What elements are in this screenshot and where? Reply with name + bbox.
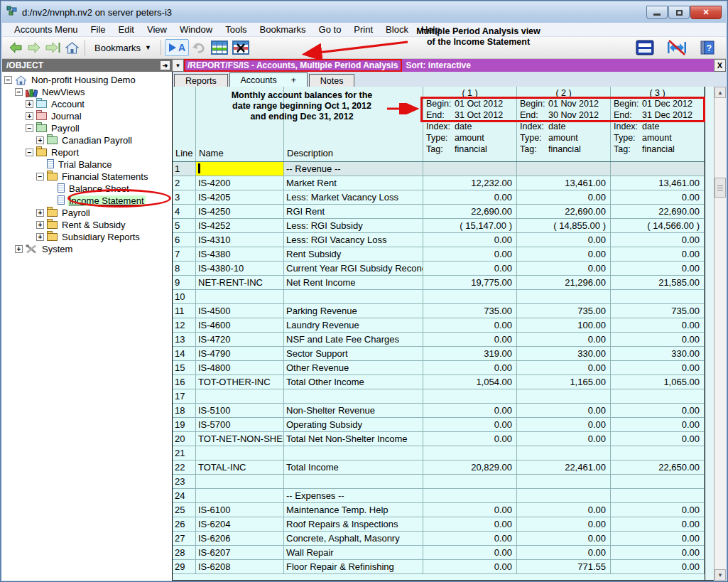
cell-amount-period1[interactable]: 0.00 [423, 318, 517, 333]
cell-amount-period3[interactable]: 0.00 [611, 432, 705, 446]
cell-description[interactable]: Less: RGI Subsidy [284, 219, 423, 233]
cell-amount-period2[interactable]: 0.00 [517, 247, 611, 262]
menu-item-print[interactable]: Print [347, 24, 379, 35]
cell-amount-period3[interactable]: 0.00 [611, 247, 705, 262]
cell-description[interactable]: Concrete, Asphalt, Masonry [284, 532, 423, 546]
cell-amount-period2[interactable] [517, 475, 611, 489]
cell-name[interactable]: NET-RENT-INC [196, 276, 284, 290]
cell-name[interactable]: IS-4380 [196, 247, 284, 262]
cell-amount-period1[interactable]: 19,775.00 [423, 276, 517, 290]
tree-item-financial-statements[interactable]: −Financial Statements [2, 171, 172, 183]
cell-description[interactable] [284, 389, 423, 404]
cell-amount-period1[interactable]: 0.00 [423, 560, 517, 574]
cell-amount-period3[interactable]: 22,650.00 [611, 460, 705, 475]
expand-icon[interactable]: + [36, 221, 44, 229]
tree-item-payroll[interactable]: +Payroll [2, 207, 172, 219]
cell-amount-period2[interactable]: 100.00 [517, 318, 611, 333]
expand-icon[interactable]: + [26, 100, 33, 108]
tree-item-system[interactable]: +System [2, 243, 172, 255]
cell-name[interactable]: IS-4380-10 [196, 262, 284, 276]
cell-amount-period2[interactable]: 22,461.00 [517, 460, 611, 475]
cell-amount-period3[interactable]: 0.00 [611, 233, 705, 247]
cell-amount-period3[interactable]: 0.00 [611, 532, 705, 546]
cell-amount-period2[interactable] [517, 162, 611, 176]
cell-name[interactable]: IS-4252 [196, 219, 284, 233]
cell-amount-period1[interactable]: 0.00 [423, 418, 517, 432]
cell-name[interactable]: IS-4250 [196, 205, 284, 219]
cell-name[interactable]: TOT-OTHER-INC [196, 375, 284, 389]
cell-amount-period1[interactable] [423, 489, 517, 503]
cell-amount-period3[interactable]: 1,065.00 [611, 375, 705, 389]
cell-description[interactable]: Non-Shelter Revenue [284, 404, 423, 418]
cell-amount-period2[interactable] [517, 389, 611, 404]
cell-line[interactable]: 2 [173, 176, 196, 190]
cell-amount-period3[interactable]: 735.00 [611, 304, 705, 318]
cell-description[interactable]: -- Expenses -- [284, 489, 423, 503]
tab-notes[interactable]: Notes [309, 74, 355, 87]
column-header-name[interactable]: Name [196, 87, 284, 161]
cell-description[interactable]: Rent Subsidy [284, 247, 423, 262]
cell-amount-period3[interactable] [611, 290, 705, 304]
cell-name[interactable]: IS-4200 [196, 176, 284, 190]
cell-amount-period2[interactable]: 0.00 [517, 418, 611, 432]
cell-amount-period1[interactable]: 12,232.00 [423, 176, 517, 190]
cell-name[interactable]: IS-4720 [196, 333, 284, 347]
cell-amount-period2[interactable]: 771.55 [517, 560, 611, 574]
cell-amount-period1[interactable] [423, 290, 517, 304]
cell-amount-period2[interactable]: 0.00 [517, 190, 611, 205]
tab-plus-button[interactable]: + [291, 75, 296, 85]
cell-line[interactable]: 20 [173, 432, 196, 446]
cell-amount-period3[interactable]: 0.00 [611, 404, 705, 418]
cell-amount-period1[interactable] [423, 162, 517, 176]
tree-item-balance-sheet[interactable]: Balance Sheet [2, 183, 172, 195]
cell-amount-period1[interactable]: 735.00 [423, 304, 517, 318]
cell-amount-period3[interactable]: 0.00 [611, 361, 705, 375]
cell-name[interactable] [196, 446, 284, 460]
cell-line[interactable]: 13 [173, 333, 196, 347]
cell-amount-period3[interactable]: ( 14,566.00 ) [611, 219, 705, 233]
menu-item-accounts-menu[interactable]: Accounts Menu [8, 24, 85, 35]
cell-amount-period2[interactable]: ( 14,855.00 ) [517, 219, 611, 233]
cell-amount-period2[interactable]: 13,461.00 [517, 176, 611, 190]
cell-line[interactable]: 23 [173, 475, 196, 489]
cell-line[interactable]: 26 [173, 517, 196, 532]
undo-button[interactable] [189, 39, 209, 56]
cell-amount-period1[interactable]: 0.00 [423, 503, 517, 517]
collapse-icon[interactable]: − [26, 149, 33, 156]
cell-amount-period1[interactable]: 0.00 [423, 262, 517, 276]
cell-description[interactable] [284, 290, 423, 304]
fit-columns-button[interactable] [665, 39, 689, 56]
period-column-header-3[interactable]: ( 3 )Begin:01 Dec 2012End:31 Dec 2012Ind… [611, 87, 705, 161]
cell-amount-period3[interactable] [611, 389, 705, 404]
cell-description[interactable]: Current Year RGI Subsidy Reconc [284, 262, 423, 276]
collapse-icon[interactable]: − [15, 88, 23, 96]
cell-line[interactable]: 15 [173, 361, 196, 375]
cell-description[interactable]: Other Revenue [284, 361, 423, 375]
cell-name[interactable]: TOTAL-INC [196, 460, 284, 475]
cell-amount-period1[interactable]: 0.00 [423, 532, 517, 546]
cell-description[interactable] [284, 446, 423, 460]
cell-amount-period2[interactable]: 0.00 [517, 262, 611, 276]
tree-item-payroll[interactable]: −Payroll [2, 122, 172, 134]
maximize-button[interactable] [668, 6, 690, 19]
cell-amount-period1[interactable]: 0.00 [423, 361, 517, 375]
cell-line[interactable]: 9 [173, 276, 196, 290]
vertical-scrollbar[interactable]: ▲ ▼ [714, 87, 726, 581]
cell-line[interactable]: 21 [173, 446, 196, 460]
menu-item-edit[interactable]: Edit [112, 24, 141, 35]
cell-line[interactable]: 7 [173, 247, 196, 262]
cell-description[interactable]: Net Rent Income [284, 276, 423, 290]
cell-amount-period2[interactable]: 1,165.00 [517, 375, 611, 389]
cell-amount-period3[interactable]: 0.00 [611, 318, 705, 333]
cell-amount-period3[interactable]: 22,690.00 [611, 205, 705, 219]
cell-description[interactable]: Floor Repair & Refinishing [284, 560, 423, 574]
cell-description[interactable]: Operating Subsidy [284, 418, 423, 432]
cell-line[interactable]: 28 [173, 546, 196, 560]
period-column-header-2[interactable]: ( 2 )Begin:01 Nov 2012End:30 Nov 2012Ind… [517, 87, 611, 161]
cell-line[interactable]: 19 [173, 418, 196, 432]
cell-name[interactable]: IS-5700 [196, 418, 284, 432]
tree-item-income-statement[interactable]: Income Statement [2, 195, 172, 207]
expand-icon[interactable]: + [26, 112, 33, 120]
menu-item-help[interactable]: Help [415, 24, 447, 35]
back-button[interactable] [6, 39, 25, 56]
